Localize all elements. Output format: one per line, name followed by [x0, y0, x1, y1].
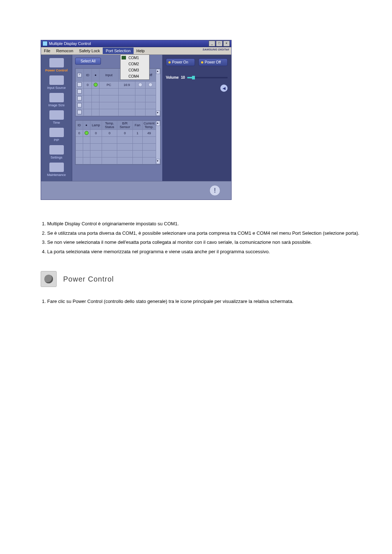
cell-id: 0 — [83, 82, 91, 89]
note-item: Se è utilizzata una porta diversa da COM… — [47, 230, 370, 237]
section-icon — [41, 271, 57, 287]
sidebar-item-label: Image Size — [48, 103, 65, 107]
port-selection-dropdown: COM1 COM2 COM3 COM4 — [120, 54, 150, 80]
status-green-icon — [85, 131, 89, 135]
scroll-down-button[interactable]: ▼ — [156, 159, 160, 164]
power-on-button[interactable]: Power On — [166, 58, 195, 66]
col-id: ID — [76, 121, 83, 130]
cell-fan: 1 — [132, 130, 142, 137]
scroll-up-button[interactable]: ▲ — [156, 69, 160, 74]
table-row[interactable] — [76, 102, 156, 109]
sidebar-item-label: Maintenance — [47, 173, 66, 177]
window-title: Multiple Display Control — [49, 41, 91, 46]
port-option-com3[interactable]: COM3 — [121, 67, 149, 73]
status-grid: ID ● Lamp Temp. Status B/R Sensor Fan Cu… — [75, 120, 161, 165]
scroll-up-button[interactable]: ▲ — [156, 121, 160, 126]
scrollbar[interactable]: ▲ ▼ — [156, 120, 160, 164]
cell-curr-temp: 49 — [142, 130, 156, 137]
timer-off-icon — [148, 83, 152, 87]
volume-knob[interactable] — [192, 76, 195, 79]
sidebar-item-maintenance[interactable]: Maintenance — [41, 161, 72, 179]
cell-id: 0 — [76, 130, 83, 137]
menu-safety-lock[interactable]: Safety Lock — [76, 48, 103, 54]
image-size-icon — [49, 93, 64, 103]
cell-br-sensor: 0 — [117, 130, 133, 137]
sidebar-item-settings[interactable]: Settings — [41, 144, 72, 161]
maximize-button[interactable]: □ — [216, 41, 222, 46]
scroll-down-button[interactable]: ▼ — [156, 111, 160, 116]
minimize-button[interactable]: _ — [209, 41, 215, 46]
table-row[interactable] — [76, 137, 156, 144]
volume-label: Volume — [166, 75, 179, 79]
sidebar-item-power-control[interactable]: Power Control — [41, 57, 72, 74]
header-checkbox[interactable] — [77, 73, 82, 77]
table-row[interactable] — [76, 157, 156, 164]
status-bar: ! — [41, 181, 231, 200]
bullet-icon — [168, 61, 171, 63]
power-control-icon — [49, 58, 64, 68]
alert-icon: ! — [209, 185, 220, 196]
cell-image-size: 16:9 — [118, 82, 135, 89]
titlebar: Multiple Display Control _ □ × — [41, 40, 231, 47]
select-all-button[interactable]: Select All — [75, 58, 101, 65]
timer-on-icon — [138, 83, 142, 87]
section-heading: Power Control — [41, 271, 370, 287]
section-title: Power Control — [63, 275, 114, 283]
volume-value: 10 — [181, 75, 185, 79]
sidebar-item-input-source[interactable]: Input Source — [41, 74, 72, 92]
row-checkbox[interactable] — [77, 82, 82, 87]
sidebar-item-label: Input Source — [47, 86, 66, 90]
menu-port-selection[interactable]: Port Selection — [103, 48, 133, 54]
port-option-com4[interactable]: COM4 — [121, 73, 149, 79]
close-button[interactable]: × — [223, 41, 230, 46]
table-row[interactable]: 0 PC 16:9 — [76, 82, 156, 89]
power-off-label: Power Off — [205, 60, 221, 64]
settings-icon — [49, 145, 64, 155]
row-checkbox[interactable] — [77, 103, 82, 107]
app-icon — [42, 41, 48, 46]
note-item: Fare clic su Power Control (controllo de… — [47, 299, 370, 304]
input-source-icon — [49, 75, 64, 85]
volume-slider[interactable] — [187, 77, 228, 78]
sidebar-item-label: Time — [53, 121, 60, 124]
speaker-icon[interactable]: ◀ — [220, 85, 228, 92]
table-row[interactable] — [76, 95, 156, 102]
sidebar: Power Control Input Source Image Size Ti… — [41, 55, 72, 181]
cell-lamp: 0 — [90, 130, 102, 137]
scrollbar[interactable]: ▲ ▼ — [156, 69, 160, 116]
sidebar-item-image-size[interactable]: Image Size — [41, 92, 72, 109]
note-item: La porta selezionata viene memorizzata n… — [47, 248, 370, 255]
row-checkbox[interactable] — [77, 110, 82, 114]
col-status-icon: ● — [92, 69, 99, 82]
menu-remocon[interactable]: Remocon — [53, 48, 76, 54]
bullet-icon — [201, 61, 203, 63]
col-fan: Fan — [132, 121, 142, 130]
row-checkbox[interactable] — [77, 96, 82, 100]
sidebar-item-label: Settings — [50, 156, 62, 159]
col-br-sensor: B/R Sensor — [117, 121, 133, 130]
sidebar-item-time[interactable]: Time — [41, 109, 72, 127]
status-green-icon — [94, 83, 98, 87]
table-row[interactable]: 0 0 0 0 1 49 — [76, 130, 156, 137]
app-screenshot: Multiple Display Control _ □ × File Remo… — [41, 40, 232, 200]
power-off-button[interactable]: Power Off — [199, 58, 228, 66]
note-item: Multiple Display Control è originariamen… — [47, 220, 370, 227]
port-option-com1[interactable]: COM1 — [121, 55, 149, 61]
notes-list-2: Fare clic su Power Control (controllo de… — [41, 299, 370, 304]
row-checkbox[interactable] — [77, 89, 82, 94]
col-status-icon: ● — [83, 121, 90, 130]
pip-icon — [49, 127, 64, 138]
table-row[interactable] — [76, 89, 156, 95]
port-option-com2[interactable]: COM2 — [121, 61, 149, 67]
power-on-label: Power On — [172, 60, 188, 64]
menu-help[interactable]: Help — [134, 48, 148, 54]
brand-label: SAMSUNG DIGITall — [203, 48, 229, 51]
table-row[interactable] — [76, 151, 156, 157]
col-temp-status: Temp. Status — [102, 121, 117, 130]
table-row[interactable] — [76, 144, 156, 151]
menu-file[interactable]: File — [41, 48, 53, 54]
col-curr-temp: Current Temp. — [142, 121, 156, 130]
sidebar-item-pip[interactable]: PIP — [41, 127, 72, 144]
table-row[interactable] — [76, 109, 156, 116]
maintenance-icon — [49, 162, 64, 172]
